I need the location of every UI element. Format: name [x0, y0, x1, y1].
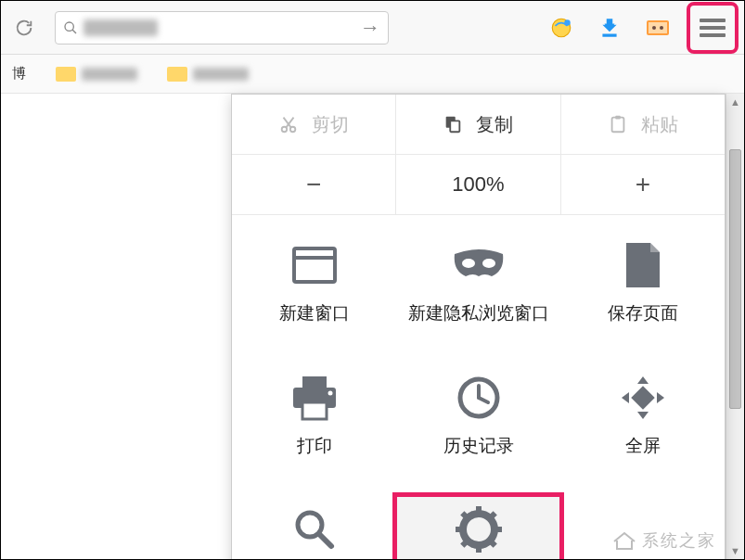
menu-new-window-label: 新建窗口: [279, 302, 350, 325]
hamburger-icon: [700, 18, 726, 38]
svg-rect-32: [631, 386, 654, 409]
svg-point-0: [65, 22, 73, 31]
zoom-level[interactable]: 100%: [395, 155, 559, 214]
fullscreen-icon: [620, 375, 666, 421]
scroll-up-arrow[interactable]: ▲: [726, 94, 744, 110]
menu-paste[interactable]: 粘贴: [560, 95, 725, 154]
minus-icon: −: [306, 170, 321, 199]
download-arrow-icon: [597, 16, 622, 40]
plus-icon: +: [636, 170, 650, 199]
svg-marker-33: [637, 376, 649, 384]
svg-marker-36: [657, 392, 664, 403]
menu-paste-label: 粘贴: [641, 112, 678, 137]
go-arrow-icon[interactable]: →: [360, 16, 380, 40]
toolbar-extension-button[interactable]: [642, 12, 674, 44]
svg-rect-41: [456, 527, 464, 532]
menu-fullscreen[interactable]: 全屏: [560, 364, 725, 465]
menu-options[interactable]: 选项: [396, 496, 560, 560]
svg-rect-12: [700, 33, 726, 37]
svg-rect-25: [302, 376, 327, 388]
main-menu-panel: 剪切 复制 粘贴 − 100%: [231, 94, 726, 560]
menu-private-window-label: 新建隐私浏览窗口: [408, 302, 549, 325]
svg-point-23: [462, 259, 475, 268]
svg-marker-35: [622, 392, 629, 403]
svg-rect-20: [615, 116, 621, 120]
bookmark-label: 博: [12, 65, 26, 83]
search-icon: [292, 507, 337, 552]
svg-rect-39: [476, 506, 482, 515]
svg-line-1: [72, 30, 76, 33]
clock-icon: [456, 375, 502, 421]
toolbar-addon-globe[interactable]: [546, 12, 577, 44]
svg-line-38: [319, 534, 331, 546]
main-menu-button[interactable]: [690, 6, 735, 50]
svg-point-3: [564, 19, 571, 25]
gear-icon: [456, 506, 502, 553]
svg-rect-40: [476, 544, 482, 553]
zoom-level-label: 100%: [452, 172, 504, 197]
menu-cut-label: 剪切: [312, 112, 349, 137]
bookmark-item[interactable]: [56, 67, 137, 82]
menu-cut[interactable]: 剪切: [232, 95, 395, 154]
svg-rect-5: [602, 33, 616, 36]
globe-badge-icon: [549, 16, 573, 40]
svg-rect-19: [611, 118, 623, 133]
search-input[interactable]: [158, 19, 360, 36]
downloads-button[interactable]: [594, 12, 625, 44]
svg-rect-42: [494, 527, 502, 532]
bookmarks-toolbar: 博: [1, 55, 744, 94]
svg-line-31: [479, 398, 488, 402]
svg-point-28: [328, 390, 332, 395]
svg-point-8: [652, 26, 656, 30]
svg-point-9: [660, 26, 663, 30]
menu-print[interactable]: 打印: [232, 364, 396, 465]
scroll-down-arrow[interactable]: ▼: [726, 542, 744, 559]
bookmark-item[interactable]: [167, 67, 249, 82]
menu-save-page[interactable]: 保存页面: [560, 232, 725, 333]
menu-fullscreen-label: 全屏: [625, 435, 661, 458]
svg-rect-11: [700, 26, 726, 30]
svg-rect-7: [649, 22, 667, 33]
vertical-scrollbar[interactable]: ▲ ▼: [726, 94, 744, 559]
zoom-in-button[interactable]: +: [560, 155, 725, 214]
folder-icon: [167, 67, 187, 82]
page-icon: [623, 241, 663, 289]
svg-point-24: [482, 259, 495, 268]
scrollbar-thumb[interactable]: [729, 149, 741, 409]
bookmark-label-blurred: [82, 68, 137, 81]
menu-print-label: 打印: [297, 435, 332, 458]
menu-save-page-label: 保存页面: [608, 302, 678, 325]
svg-rect-10: [700, 19, 726, 22]
extension-icon: [646, 18, 670, 38]
menu-new-window[interactable]: 新建窗口: [232, 232, 396, 333]
window-icon: [290, 243, 339, 287]
svg-rect-18: [451, 121, 460, 132]
printer-icon: [289, 375, 340, 421]
menu-private-window[interactable]: 新建隐私浏览窗口: [396, 232, 560, 333]
mask-icon: [451, 247, 507, 284]
menu-history[interactable]: 历史记录: [396, 364, 560, 465]
reload-button[interactable]: [10, 14, 38, 42]
search-icon: [63, 20, 78, 35]
menu-find[interactable]: 查找: [232, 496, 396, 560]
zoom-out-button[interactable]: −: [232, 155, 395, 214]
svg-marker-34: [637, 412, 649, 419]
menu-copy-label: 复制: [476, 112, 513, 137]
watermark: 系统之家: [612, 529, 716, 552]
folder-icon: [56, 67, 76, 82]
svg-marker-4: [602, 19, 616, 32]
watermark-logo-icon: [612, 530, 636, 551]
copy-icon: [443, 114, 463, 134]
search-box[interactable]: →: [55, 11, 389, 45]
bookmark-label-blurred: [193, 68, 249, 81]
watermark-text: 系统之家: [642, 529, 716, 552]
bookmark-item[interactable]: 博: [12, 65, 26, 83]
reload-icon: [14, 18, 34, 38]
svg-rect-21: [294, 248, 335, 282]
search-text-blurred: [83, 19, 158, 36]
svg-point-47: [471, 522, 486, 537]
cut-icon: [278, 114, 299, 134]
menu-history-label: 历史记录: [443, 435, 514, 458]
menu-copy[interactable]: 复制: [395, 95, 559, 154]
paste-icon: [608, 114, 628, 134]
